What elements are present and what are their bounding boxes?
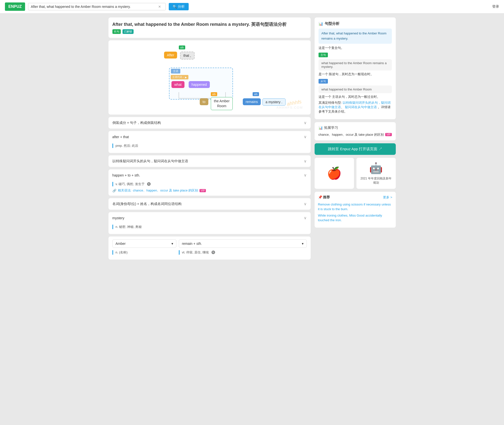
search-bar: ✕ <box>28 3 166 10</box>
info-icon-2: 🔘 <box>211 250 215 254</box>
after-that-definition: prep. 然后; 此后 <box>112 144 307 148</box>
info-icon: 🔘 <box>147 182 151 186</box>
right-column: 📊 句型分析 After that, what happened to the … <box>315 17 396 260</box>
sentence-analysis-card: 📊 句型分析 After that, what happened to the … <box>315 17 396 119</box>
accordion-noun-appositive: 名词(身份/职位) + 姓名，构成名词同位语结构 ∨ <box>108 198 311 210</box>
compound-label: 这是一个复合句。 <box>319 46 392 50</box>
bookmark-icon: 📌 <box>318 195 322 199</box>
clause-tag: 从句 <box>319 79 328 84</box>
header: ENPUZ ✕ 🔍 分析 登录 <box>0 0 504 14</box>
chevron-down-icon-5: ∨ <box>304 202 307 206</box>
accordion-mystery-header[interactable]: mystery ∨ <box>108 212 311 224</box>
accordion-mystery-body: n. 秘密, 神秘, 奥秘 <box>108 225 311 234</box>
expand-learning-card: 📊 拓展学习 chance、happen、occur 及 take place … <box>315 122 396 140</box>
bottom-selects: Amber ▾ n. (名称) remain + sth. ▾ vt. 停留, … <box>108 236 311 260</box>
node-what: what <box>171 81 185 88</box>
special-link-2[interactable]: 疑问词在从句中做主语 <box>345 105 377 109</box>
amber-definition: n. (名称) <box>112 250 176 255</box>
node-after: After <box>164 52 177 59</box>
title-card: After that, what happened to the Amber R… <box>108 17 311 38</box>
badge-unlocked: 已解锁 <box>122 29 134 34</box>
watermark2: AHHHFS.COM <box>276 106 303 109</box>
chevron-down-icon-2: ∨ <box>304 134 307 139</box>
accordion-inversion-header[interactable]: 倒装成分 + 句子，构成倒装结构 ∨ <box>108 117 311 129</box>
search-clear-icon[interactable]: ✕ <box>158 5 161 9</box>
accordion-after-that-header[interactable]: after + that ∨ <box>108 131 311 143</box>
remain-text: remain + sth. <box>182 242 202 246</box>
expand-title: 📊 拓展学习 <box>319 126 392 130</box>
clause-label: 这是一个 主语从句，其时态为一般过去时。 <box>319 95 392 99</box>
android-app-box[interactable]: 🤖 2021 年年度回顾及新年规划 <box>356 158 396 189</box>
remain-definition: vt. 停留, 居住, 继续 🔘 <box>179 250 307 255</box>
related-link-happen[interactable]: 🔗 相关语法: chance、happen、occur 及 take place… <box>112 188 307 193</box>
dropdown-icon: ▾ <box>171 242 173 246</box>
accordion-happen-to: happen + to + sth. ∨ v. 碰巧, 偶然; 发生于 🔘 🔗 … <box>108 169 311 196</box>
link-icon: 🔗 <box>112 189 116 192</box>
bottom-right: remain + sth. ▾ vt. 停留, 居住, 继续 🔘 <box>179 239 307 257</box>
node-amber-room: the AmberRoom <box>211 97 233 110</box>
accordion-happen-to-body: v. 碰巧, 偶然; 发生于 🔘 🔗 相关语法: chance、happen、o… <box>108 182 311 196</box>
node-remains: remains <box>243 98 261 105</box>
bottom-left: Amber ▾ n. (名称) <box>112 239 176 257</box>
node-happened: happened <box>189 81 210 88</box>
accordion-happen-to-header[interactable]: happen + to + sth. ∨ <box>108 169 311 181</box>
accordion-special-clause: 以特殊疑问词开头的从句，疑问词在从句中做主语 ∨ <box>108 155 311 167</box>
login-link[interactable]: 登录 <box>492 4 499 9</box>
dropdown-icon-2: ▾ <box>302 242 304 246</box>
sth-label-1: sth <box>179 45 185 49</box>
apple-app-box[interactable]: 🍎 <box>315 158 354 189</box>
chevron-down-icon: ∨ <box>304 120 307 125</box>
search-icon: 🔍 <box>173 5 177 9</box>
accordion-after-that: after + that ∨ prep. 然后; 此后 <box>108 131 311 153</box>
sth-label-3: sth <box>253 92 259 96</box>
amber-select[interactable]: Amber ▾ <box>112 239 176 248</box>
recommend-item-1[interactable]: Remove clothing using scissors if necess… <box>318 202 392 212</box>
happen-to-definition: v. 碰巧, 偶然; 发生于 🔘 <box>112 182 307 186</box>
app-icons: 🍎 🤖 2021 年年度回顾及新年规划 <box>315 158 396 189</box>
left-column: After that, what happened to the Amber R… <box>108 17 311 260</box>
vip-badge: VIP <box>199 189 206 192</box>
logo: ENPUZ <box>5 2 25 11</box>
recommend-card: 📌 推荐 更多 > Remove clothing using scissors… <box>315 192 396 228</box>
mystery-definition: n. 秘密, 神秘, 奥秘 <box>112 225 307 229</box>
search-input[interactable] <box>31 5 158 9</box>
android-icon: 🤖 <box>369 162 383 175</box>
subject-tag: 主句 <box>319 53 328 57</box>
expand-vip-badge: VIP <box>385 133 392 136</box>
recommend-title: 📌 推荐 <box>318 195 330 200</box>
sentence-analysis-title: 📊 句型分析 <box>319 21 392 26</box>
recommend-item-2[interactable]: While ironing clothes, Miss Good acciden… <box>318 213 392 223</box>
cta-button[interactable]: 跳转至 Enpuz App 打开该页面 ↗ <box>315 143 396 155</box>
sth-label-2: sth <box>211 92 217 96</box>
main-layout: After that, what happened to the Amber R… <box>105 14 400 264</box>
full-sentence-box: After that, what happened to the Amber R… <box>319 29 392 44</box>
expand-icon: 📊 <box>319 126 323 130</box>
clause-sentence-box: what happened to the Amber Room <box>319 86 392 93</box>
accordion-special-clause-header[interactable]: 以特殊疑问词开头的从句，疑问词在从句中做主语 ∨ <box>108 155 311 167</box>
declarative-label: 是一个 陈述句，其时态为一般现在时。 <box>319 72 392 76</box>
subject-sentence-box: what happened to the Amber Room remains … <box>319 59 392 71</box>
chevron-down-icon-4: ∨ <box>304 173 307 177</box>
recommend-header: 📌 推荐 更多 > <box>318 195 392 200</box>
accordion-mystery: mystery ∨ n. 秘密, 神秘, 奥秘 <box>108 212 311 234</box>
more-link[interactable]: 更多 > <box>383 195 392 200</box>
accordion-noun-appositive-header[interactable]: 名词(身份/职位) + 姓名，构成名词同位语结构 ∨ <box>108 198 311 210</box>
page-title: After that, what happened to the Amber R… <box>112 21 307 27</box>
chevron-down-icon-6: ∨ <box>304 216 307 220</box>
chart-icon: 📊 <box>319 22 323 26</box>
accordion-after-that-body: prep. 然后; 此后 <box>108 144 311 153</box>
special-type-label: 其满足特殊句型: 以特殊疑问词开头的从句，疑问词在从句中做主语、 疑问词在从句中… <box>319 101 392 114</box>
remain-select[interactable]: remain + sth. ▾ <box>179 239 307 248</box>
node-a-mystery: a mystery . <box>262 98 286 106</box>
badge-long-sentence: 长句 <box>112 29 121 34</box>
chevron-down-icon-3: ∨ <box>304 159 307 163</box>
search-button[interactable]: 🔍 分析 <box>169 3 189 10</box>
diagram-card: sth After that , 主语 主谓代词→ ▶ what happene… <box>108 40 311 115</box>
diagram-inner: sth After that , 主语 主谓代词→ ▶ what happene… <box>112 44 307 111</box>
node-that: that , <box>180 52 195 59</box>
expand-item[interactable]: chance、happen、occur 及 take place 的区别 VIP <box>319 132 392 137</box>
node-to: to <box>200 98 209 105</box>
apple-icon: 🍎 <box>327 166 342 180</box>
app-label: 2021 年年度回顾及新年规划 <box>360 176 392 185</box>
accordion-inversion: 倒装成分 + 句子，构成倒装结构 ∨ <box>108 117 311 129</box>
